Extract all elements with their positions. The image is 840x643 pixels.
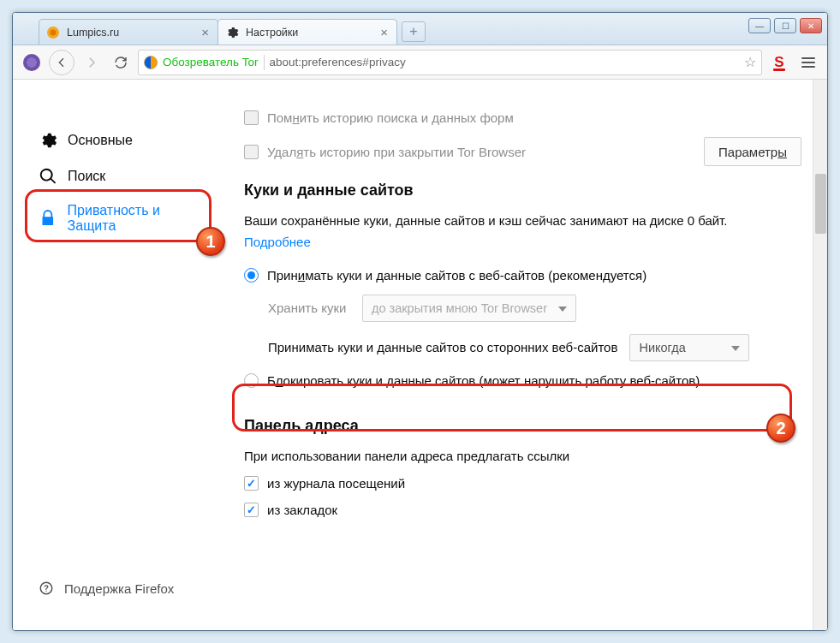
onion-menu-button[interactable] bbox=[20, 51, 44, 74]
tab-label: Lumpics.ru bbox=[67, 27, 119, 39]
addressbar-desc: При использовании панели адреса предлага… bbox=[244, 447, 815, 467]
tor-favicon bbox=[144, 56, 158, 69]
accept-cookies-radio[interactable] bbox=[244, 268, 259, 283]
block-cookies-label: Блокировать куки и данные сайтов (может … bbox=[267, 373, 700, 388]
sidebar-label: Основные bbox=[68, 133, 133, 148]
preferences-content: Основные Поиск Приватность и Защита Подд… bbox=[13, 80, 827, 630]
url-bar[interactable]: Обозреватель Tor about:preferences#priva… bbox=[138, 50, 762, 75]
keep-cookies-select[interactable]: до закрытия мною Tor Browser bbox=[362, 295, 576, 322]
titlebar: Lumpics.ru × Настройки × + — ☐ ✕ bbox=[13, 13, 827, 45]
third-party-label: Принимать куки и данные сайтов со сторон… bbox=[268, 340, 617, 354]
tor-identity-label: Обозреватель Tor bbox=[163, 56, 259, 68]
third-party-select[interactable]: Никогда bbox=[629, 334, 749, 361]
suggest-history-checkbox[interactable] bbox=[244, 476, 259, 491]
maximize-button[interactable]: ☐ bbox=[774, 18, 796, 33]
addressbar-heading: Панель адреса bbox=[244, 417, 815, 435]
onion-icon bbox=[23, 54, 40, 71]
url-text: about:preferences#privacy bbox=[270, 56, 739, 68]
minimize-button[interactable]: — bbox=[748, 18, 771, 33]
search-icon bbox=[39, 167, 57, 186]
bookmark-star-icon[interactable]: ☆ bbox=[744, 54, 756, 70]
sidebar-label: Поддержка Firefox bbox=[64, 581, 174, 596]
app-menu-button[interactable] bbox=[796, 51, 820, 74]
tab-strip: Lumpics.ru × Настройки × + bbox=[13, 13, 426, 45]
remember-history-row: Помнить историю поиска и данных форм bbox=[244, 110, 815, 125]
window-controls: — ☐ ✕ bbox=[748, 18, 822, 33]
clear-on-close-row: Удалять историю при закрытии Tor Browser… bbox=[244, 137, 815, 166]
sidebar-label: Приватность и Защита bbox=[68, 203, 210, 234]
suggest-bookmarks-row[interactable]: из закладок bbox=[244, 503, 815, 517]
tab-settings[interactable]: Настройки × bbox=[217, 19, 397, 45]
forward-button[interactable] bbox=[80, 51, 104, 74]
suggest-history-label: из журнала посещений bbox=[267, 476, 405, 491]
suggest-bookmarks-label: из закладок bbox=[267, 503, 337, 517]
keep-cookies-label: Хранить куки bbox=[268, 301, 354, 315]
block-cookies-radio[interactable] bbox=[244, 373, 259, 388]
keep-cookies-row: Хранить куки до закрытия мною Tor Browse… bbox=[244, 295, 815, 322]
suggest-bookmarks-checkbox[interactable] bbox=[244, 503, 259, 517]
accept-cookies-row[interactable]: Принимать куки и данные сайтов с веб-сай… bbox=[244, 268, 815, 283]
tab-label: Настройки bbox=[246, 27, 298, 39]
clear-params-button[interactable]: Параметры bbox=[704, 137, 801, 166]
toolbar: Обозреватель Tor about:preferences#priva… bbox=[13, 45, 827, 80]
clear-on-close-checkbox bbox=[244, 145, 259, 159]
lock-icon bbox=[39, 209, 57, 228]
svg-point-1 bbox=[51, 29, 57, 35]
close-tab-icon[interactable]: × bbox=[378, 25, 390, 39]
tab-lumpics[interactable]: Lumpics.ru × bbox=[39, 19, 218, 45]
clear-on-close-label: Удалять историю при закрытии Tor Browser bbox=[267, 145, 526, 159]
annotation-callout-1: 1 bbox=[196, 227, 225, 256]
sidebar-item-search[interactable]: Поиск bbox=[30, 158, 218, 194]
urlbar-divider bbox=[264, 55, 265, 70]
cookies-learn-more-link[interactable]: Подробнее bbox=[244, 235, 311, 249]
suggest-history-row[interactable]: из журнала посещений bbox=[244, 476, 815, 491]
accept-cookies-label: Принимать куки и данные сайтов с веб-сай… bbox=[267, 268, 646, 283]
gear-favicon bbox=[225, 26, 239, 39]
lumpics-favicon bbox=[46, 26, 60, 39]
remember-history-checkbox bbox=[244, 110, 259, 125]
help-icon bbox=[39, 580, 54, 596]
close-window-button[interactable]: ✕ bbox=[800, 18, 822, 33]
back-button[interactable] bbox=[49, 50, 74, 75]
close-tab-icon[interactable]: × bbox=[200, 25, 211, 39]
block-cookies-row[interactable]: Блокировать куки и данные сайтов (может … bbox=[244, 373, 815, 388]
preferences-sidebar: Основные Поиск Приватность и Защита Подд… bbox=[13, 80, 218, 630]
reload-button[interactable] bbox=[109, 51, 133, 74]
browser-window: Lumpics.ru × Настройки × + — ☐ ✕ bbox=[12, 12, 828, 631]
security-level-button[interactable]: S bbox=[767, 51, 791, 74]
gear-icon bbox=[39, 131, 57, 150]
new-tab-button[interactable]: + bbox=[402, 21, 426, 42]
sidebar-item-support[interactable]: Поддержка Firefox bbox=[30, 572, 182, 604]
third-party-row: Принимать куки и данные сайтов со сторон… bbox=[244, 334, 815, 361]
remember-history-label: Помнить историю поиска и данных форм bbox=[267, 110, 514, 125]
annotation-callout-2: 2 bbox=[766, 414, 795, 443]
cookies-description: Ваши сохранённые куки, данные сайтов и к… bbox=[244, 211, 815, 231]
preferences-main-panel: Помнить историю поиска и данных форм Уда… bbox=[218, 80, 827, 630]
cookies-heading: Куки и данные сайтов bbox=[244, 182, 815, 199]
sidebar-item-privacy[interactable]: Приватность и Защита bbox=[30, 194, 218, 242]
sidebar-item-general[interactable]: Основные bbox=[30, 122, 218, 158]
sidebar-label: Поиск bbox=[68, 169, 105, 184]
